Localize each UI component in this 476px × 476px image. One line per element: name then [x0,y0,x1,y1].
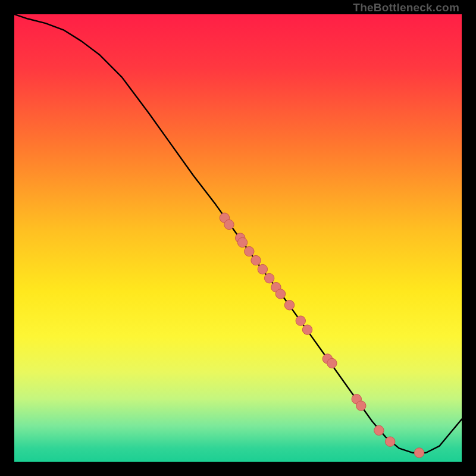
chart-svg [14,14,462,462]
data-marker [224,220,234,229]
data-marker [356,401,366,411]
data-marker [414,448,424,458]
data-marker [296,316,305,325]
data-marker [258,264,267,274]
data-marker [264,273,274,283]
data-marker [385,437,394,446]
data-marker [302,325,312,334]
plot-area [14,14,462,462]
data-marker [275,289,285,299]
data-marker [327,358,337,368]
data-marker [245,246,254,256]
data-marker [284,300,294,310]
data-marker [251,255,261,265]
data-marker [237,237,247,247]
data-marker [374,425,384,435]
chart-frame: TheBottleneck.com [0,0,476,476]
watermark-text: TheBottleneck.com [353,1,459,14]
